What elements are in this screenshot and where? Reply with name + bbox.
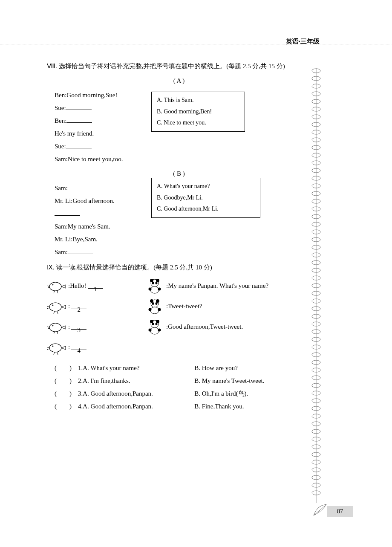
spiral-binding <box>308 68 324 505</box>
svg-point-29 <box>158 329 161 332</box>
paren-1[interactable]: ( ) <box>55 362 78 374</box>
choice-row-4: ( ) 4. A. Good afternoon,Panpan. B. Fine… <box>47 400 311 413</box>
svg-point-23 <box>150 320 153 323</box>
blank-a-2[interactable] <box>66 117 92 123</box>
choice-row-3: ( ) 3. A. Good afternoon,Panpan. B. Oh,I… <box>47 387 311 400</box>
choice-3-num: 3. <box>78 387 83 400</box>
dialog-a-prefix-5: Sue: <box>55 143 66 150</box>
dialog-a-prefix-2: Sue: <box>55 104 66 111</box>
choice-1-b: B. How are you? <box>194 362 238 374</box>
svg-point-10 <box>49 303 61 311</box>
dialog-a-line-6: Sam:Nice to meet you,too. <box>47 153 311 165</box>
q9-blank-2[interactable]: 2 <box>71 303 86 309</box>
paren-3[interactable]: ( ) <box>55 387 78 400</box>
part-a-label: ( A ) <box>47 74 311 87</box>
blank-b-2[interactable] <box>55 210 80 216</box>
q9-r2-left: : <box>68 300 70 313</box>
choice-1-a: A. What's your name? <box>83 362 194 374</box>
svg-point-19 <box>158 308 161 311</box>
blank-b-3[interactable] <box>68 248 93 254</box>
svg-point-8 <box>149 288 152 291</box>
choice-row-2: ( ) 2. A. I'm fine,thanks. B. My name's … <box>47 374 311 387</box>
q9-blank-3[interactable]: 3 <box>71 324 86 330</box>
dialog-a-prefix-3: Ben: <box>55 117 66 124</box>
page-header: 英语·三年级 <box>286 38 320 46</box>
svg-point-14 <box>156 299 159 303</box>
svg-point-6 <box>156 282 158 284</box>
panda-icon <box>145 277 164 294</box>
option-a-a: A. This is Sam. <box>157 95 239 106</box>
q9-r1-right: :My name's Panpan. What's your name? <box>166 279 268 292</box>
choice-2-a: A. I'm fine,thanks. <box>83 374 194 387</box>
dialog-b-line-6: Sam: <box>47 246 311 258</box>
svg-point-15 <box>152 302 154 305</box>
svg-point-28 <box>149 329 152 332</box>
option-a-c: C. Nice to meet you. <box>157 117 239 129</box>
panda-icon <box>145 318 164 335</box>
q9-row-2: : 2 :Tweet-tweet? <box>47 298 311 315</box>
blank-a-1[interactable] <box>66 104 92 110</box>
svg-point-5 <box>152 282 154 284</box>
q9-blank-1[interactable]: 1 <box>88 283 103 289</box>
dialog-b-prefix-1: Sam: <box>55 185 68 191</box>
svg-line-89 <box>314 506 325 515</box>
svg-point-30 <box>49 344 61 352</box>
dialog-a-line-5: Sue: <box>47 140 311 153</box>
paren-4[interactable]: ( ) <box>55 400 78 413</box>
option-b-b: B. Goodbye,Mr Li. <box>157 192 255 204</box>
dialog-b-line-5: Mr. Li:Bye,Sam. <box>47 233 311 246</box>
blank-b-1[interactable] <box>68 184 93 190</box>
bird-icon <box>47 339 66 356</box>
svg-point-7 <box>150 287 159 293</box>
svg-point-17 <box>150 307 159 314</box>
choice-2-num: 2. <box>78 374 83 387</box>
section-9-title: Ⅸ. 读一读,根据情景选择恰当的选项。(每题 2.5 分,共 10 分) <box>47 261 311 274</box>
choice-4-num: 4. <box>78 400 83 413</box>
svg-point-1 <box>52 284 54 286</box>
choice-4-a: A. Good afternoon,Panpan. <box>83 400 194 413</box>
svg-point-13 <box>150 299 153 303</box>
q9-r3-right: :Good afternoon,Tweet-tweet. <box>166 320 243 333</box>
q9-row-4: : 4 <box>47 339 311 356</box>
q9-r2-right: :Tweet-tweet? <box>166 300 202 313</box>
dialog-b-line-4: Sam:My name's Sam. <box>47 220 311 233</box>
choice-row-1: ( ) 1. A. What's your name? B. How are y… <box>47 362 311 374</box>
q9-r4-left: : <box>68 341 70 353</box>
bird-icon <box>47 318 66 335</box>
svg-point-21 <box>52 325 54 327</box>
svg-point-3 <box>150 279 153 282</box>
feather-icon <box>312 503 328 517</box>
panda-icon <box>145 298 164 315</box>
bird-icon <box>47 298 66 315</box>
svg-point-20 <box>49 323 61 332</box>
bird-icon <box>47 277 66 294</box>
q9-row-1: :Hello! 1 :My name's Panpan. What's your… <box>47 277 311 294</box>
blank-a-3[interactable] <box>66 142 92 148</box>
paren-2[interactable]: ( ) <box>55 374 78 387</box>
choice-3-a: A. Good afternoon,Panpan. <box>83 387 194 400</box>
q9-row-3: : 3 :Good afternoon,Tweet-tweet. <box>47 318 311 335</box>
svg-point-27 <box>150 327 159 334</box>
header-divider <box>0 44 392 44</box>
option-b-a: A. What's your name? <box>157 181 255 192</box>
svg-point-26 <box>156 323 158 325</box>
choice-3-b: B. Oh,I'm a bird(鸟). <box>194 387 248 400</box>
svg-point-9 <box>158 288 161 291</box>
option-a-b: B. Good morning,Ben! <box>157 106 239 118</box>
option-box-b: A. What's your name? B. Goodbye,Mr Li. C… <box>151 178 260 218</box>
option-box-a: A. This is Sam. B. Good morning,Ben! C. … <box>151 92 245 132</box>
svg-point-4 <box>156 279 159 282</box>
q9-r1-left: :Hello! <box>68 279 86 292</box>
choice-1-num: 1. <box>78 362 83 374</box>
svg-point-18 <box>149 308 152 311</box>
q9-blank-4[interactable]: 4 <box>71 344 86 350</box>
page-number: 87 <box>327 506 353 517</box>
option-b-c: C. Good afternoon,Mr Li. <box>157 203 255 215</box>
svg-point-0 <box>49 282 61 291</box>
choice-2-b: B. My name's Tweet-tweet. <box>194 374 264 387</box>
spiral-icon <box>308 68 324 503</box>
svg-point-25 <box>152 323 154 325</box>
svg-point-24 <box>156 320 159 323</box>
q9-r3-left: : <box>68 320 70 333</box>
choice-4-b: B. Fine,Thank you. <box>194 400 244 413</box>
